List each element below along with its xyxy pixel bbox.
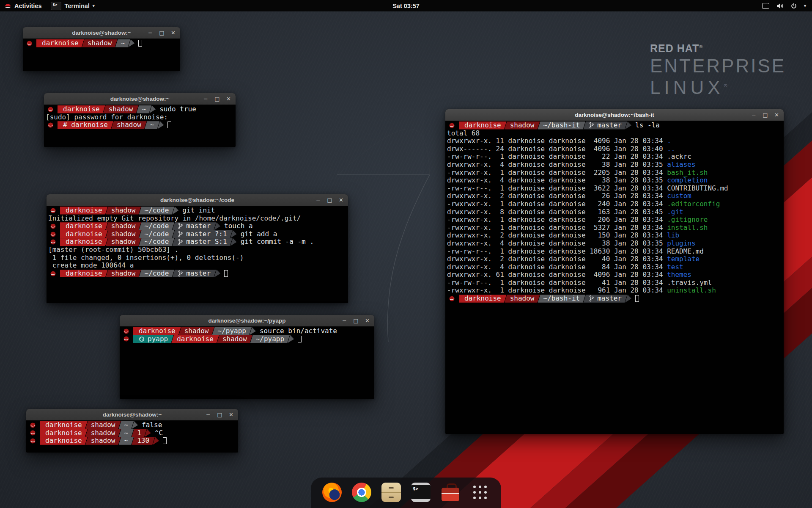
prompt-segment-user: darknoise	[40, 429, 88, 437]
terminal-window[interactable]: darknoise@shadow:~/bash-it−□✕darknoisesh…	[445, 109, 784, 434]
maximize-button[interactable]: □	[214, 96, 220, 102]
output-line: drwxrwxr-x. 4 darknoise darknoise 38 Jan…	[445, 161, 784, 169]
activities-button[interactable]: Activities	[0, 0, 47, 11]
power-icon[interactable]	[790, 3, 797, 9]
prompt-segment-text: ~/code	[145, 270, 169, 278]
prompt-segment-text: ~/code	[145, 238, 169, 246]
terminal-cursor	[224, 270, 228, 277]
terminal-window[interactable]: darknoise@shadow:~/code−□✕darknoiseshado…	[47, 194, 348, 303]
prompt-segment-text: darknoise	[177, 335, 214, 343]
window-titlebar[interactable]: darknoise@shadow:~−□✕	[26, 409, 238, 421]
window-titlebar[interactable]: darknoise@shadow:~−□✕	[23, 27, 180, 39]
redhat-prompt-icon	[47, 122, 54, 128]
terminal-window[interactable]: darknoise@shadow:~−□✕darknoiseshadow~fal…	[26, 409, 238, 453]
prompt-segment-root: # darknoise	[58, 121, 113, 129]
output-text: total 68	[447, 130, 480, 138]
window-titlebar[interactable]: darknoise@shadow:~/code−□✕	[47, 194, 348, 206]
redhat-prompt-icon	[47, 106, 54, 113]
terminal-content[interactable]: darknoiseshadow~falsedarknoiseshadow~1^C…	[26, 420, 238, 453]
terminal-content[interactable]: darknoiseshadow~/codegit initInitialized…	[47, 206, 348, 303]
terminal-window[interactable]: darknoise@shadow:~/pyapp−□✕darknoiseshad…	[120, 315, 374, 399]
terminal-content[interactable]: darknoiseshadow~sudo true[sudo] password…	[44, 105, 236, 147]
volume-icon[interactable]	[776, 3, 784, 9]
prompt-segment-text: darknoise	[45, 429, 82, 437]
terminal-app-icon: $>	[411, 483, 431, 502]
maximize-button[interactable]: □	[217, 412, 222, 417]
prompt-segment-user: darknoise	[133, 327, 181, 335]
minimize-button[interactable]: −	[206, 412, 211, 417]
prompt-segment-text: shadow	[111, 222, 136, 230]
ls-row-fields: drwxrwxr-x. 2 darknoise darknoise 40 Jan…	[447, 255, 667, 263]
ls-row-fields: -rw-rw-r--. 1 darknoise darknoise 41 Jan…	[447, 279, 667, 287]
window-titlebar[interactable]: darknoise@shadow:~/bash-it−□✕	[445, 109, 784, 121]
prompt-segment-host: shadow	[85, 429, 121, 437]
window-titlebar[interactable]: darknoise@shadow:~−□✕	[44, 93, 236, 105]
output-line: drwxrwxr-x. 11 darknoise darknoise 4096 …	[445, 137, 784, 145]
dock-item-firefox[interactable]	[322, 482, 342, 502]
prompt-segment-path: ~/pyapp	[212, 327, 252, 335]
dock-item-app-grid[interactable]	[470, 482, 490, 502]
maximize-button[interactable]: □	[763, 112, 768, 118]
clock[interactable]: Sat 03:57	[388, 0, 424, 11]
ls-filename: .ackrc	[667, 153, 691, 161]
app-indicator-terminal[interactable]: $> Terminal ▾	[47, 0, 99, 11]
terminal-content[interactable]: darknoiseshadow~/pyappsource bin/activat…	[120, 326, 374, 399]
git-branch-icon	[589, 295, 594, 302]
minimize-button[interactable]: −	[203, 96, 208, 102]
ls-row-fields: drwxrwxr-x. 4 darknoise darknoise 38 Jan…	[447, 240, 667, 248]
window-title: darknoise@shadow:~	[72, 30, 131, 36]
prompt-segment-text: ~	[124, 437, 129, 445]
close-button[interactable]: ✕	[226, 96, 231, 102]
prompt-segment-user: darknoise	[60, 222, 108, 230]
dock-item-terminal[interactable]: $>	[411, 482, 431, 502]
dock-item-files[interactable]	[381, 482, 401, 502]
ls-filename: .travis.yml	[667, 279, 712, 287]
ls-filename: custom	[667, 192, 691, 200]
maximize-button[interactable]: □	[159, 30, 165, 36]
prompt-segment-host: shadow	[505, 121, 540, 130]
ls-filename: completion	[667, 177, 708, 185]
dock-item-chrome[interactable]	[351, 482, 372, 502]
prompt-segment-text: # darknoise	[63, 121, 108, 129]
prompt-segment-text: 130	[137, 437, 149, 445]
redhat-prompt-icon	[50, 207, 56, 214]
git-branch-icon	[178, 231, 183, 237]
terminal-content[interactable]: darknoiseshadow~/bash-itmasterls -latota…	[445, 121, 784, 434]
prompt-segment-host: shadow	[106, 207, 141, 215]
close-button[interactable]: ✕	[365, 318, 370, 323]
file-manager-icon	[381, 483, 401, 502]
maximize-button[interactable]: □	[327, 197, 332, 203]
terminal-window[interactable]: darknoise@shadow:~−□✕darknoiseshadow~	[23, 27, 180, 71]
dock-item-toolbox[interactable]	[440, 482, 461, 502]
prompt-segment-git: master ?:1	[172, 230, 232, 238]
terminal-content[interactable]: darknoiseshadow~	[23, 39, 180, 71]
maximize-button[interactable]: □	[353, 318, 359, 323]
window-controls: −□✕	[206, 409, 234, 420]
prompt-segment-user: darknoise	[60, 238, 108, 246]
minimize-button[interactable]: −	[315, 197, 321, 203]
prompt-segment-path: ~	[119, 437, 134, 445]
redhat-prompt-icon	[449, 122, 455, 129]
output-text: create mode 100644 a	[48, 262, 134, 270]
window-titlebar[interactable]: darknoise@shadow:~/pyapp−□✕	[120, 315, 374, 327]
chevron-down-icon[interactable]: ▾	[804, 3, 806, 8]
ls-row-fields: -rw-rw-r--. 1 darknoise darknoise 22 Jan…	[447, 153, 667, 161]
prompt-line: darknoiseshadow~/pyappsource bin/activat…	[120, 327, 374, 335]
minimize-button[interactable]: −	[751, 112, 757, 118]
close-button[interactable]: ✕	[338, 197, 344, 203]
prompt-segment-text: ~	[142, 105, 146, 113]
prompt-segment-git: master	[583, 295, 627, 303]
terminal-window[interactable]: darknoise@shadow:~−□✕darknoiseshadow~sud…	[44, 93, 236, 147]
ls-row-fields: drwxrwxr-x. 2 darknoise darknoise 150 Ja…	[447, 232, 667, 240]
prompt-segment-text: 1	[137, 429, 141, 437]
close-button[interactable]: ✕	[170, 30, 176, 36]
redhat-prompt-icon	[30, 430, 36, 436]
close-button[interactable]: ✕	[774, 112, 779, 118]
screen-share-icon[interactable]	[762, 3, 769, 9]
prompt-segment-path: ~/code	[139, 230, 175, 238]
close-button[interactable]: ✕	[228, 412, 234, 417]
prompt-segment-git: master	[583, 121, 627, 130]
toolbox-icon	[441, 483, 460, 502]
minimize-button[interactable]: −	[342, 318, 347, 323]
minimize-button[interactable]: −	[148, 30, 153, 36]
